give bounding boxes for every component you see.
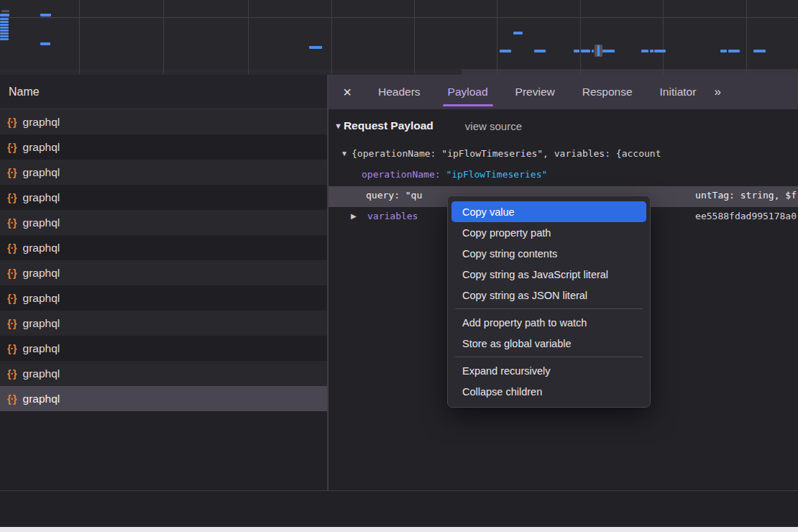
request-name-label: graphql bbox=[23, 116, 60, 129]
tabs: HeadersPayloadPreviewResponseInitiator bbox=[364, 75, 710, 109]
tree-disclosure-icon[interactable]: ▼ bbox=[341, 150, 348, 157]
json-braces-icon: {·} bbox=[7, 142, 17, 153]
request-row[interactable]: {·}graphql bbox=[0, 386, 327, 411]
menu-separator bbox=[455, 308, 643, 309]
request-row[interactable]: {·}graphql bbox=[0, 109, 327, 134]
menu-item-label: Collapse children bbox=[462, 386, 542, 398]
name-column-header-label: Name bbox=[9, 86, 40, 98]
waterfall-request-bar bbox=[309, 46, 322, 49]
request-name-label: graphql bbox=[23, 342, 60, 355]
tab-label: Payload bbox=[448, 86, 488, 98]
name-column-header[interactable]: Name bbox=[0, 75, 327, 109]
tree-text-segment: operationName: bbox=[362, 169, 446, 180]
waterfall-request-bar bbox=[587, 50, 590, 52]
waterfall-horizontal-gridline bbox=[0, 17, 798, 18]
menu-item-copy-property-path[interactable]: Copy property path bbox=[451, 222, 646, 243]
waterfall-request-bar bbox=[654, 50, 666, 52]
request-row[interactable]: {·}graphql bbox=[0, 210, 327, 235]
request-row[interactable]: {·}graphql bbox=[0, 160, 327, 185]
tab-initiator[interactable]: Initiator bbox=[646, 75, 710, 109]
request-row[interactable]: {·}graphql bbox=[0, 260, 327, 285]
menu-separator bbox=[455, 357, 643, 357]
tree-text-segment: {operationName: "ipFlowTimeseries", vari… bbox=[352, 148, 661, 159]
waterfall-request-bar bbox=[602, 50, 615, 52]
view-source-link[interactable]: view source bbox=[465, 120, 522, 132]
menu-item-store-as-global-variable[interactable]: Store as global variable bbox=[451, 333, 646, 354]
tab-response[interactable]: Response bbox=[569, 75, 646, 109]
request-row[interactable]: {·}graphql bbox=[0, 311, 327, 336]
menu-item-collapse-children[interactable]: Collapse children bbox=[451, 381, 646, 402]
request-row[interactable]: {·}graphql bbox=[0, 235, 327, 260]
menu-item-label: Expand recursively bbox=[462, 365, 551, 377]
json-braces-icon: {·} bbox=[7, 368, 17, 380]
close-icon[interactable]: × bbox=[340, 85, 354, 99]
waterfall-request-bar bbox=[0, 18, 9, 20]
menu-item-expand-recursively[interactable]: Expand recursively bbox=[451, 360, 646, 381]
waterfall-gridline bbox=[663, 0, 664, 74]
json-braces-icon: {·} bbox=[7, 393, 17, 405]
menu-item-add-property-path-to-watch[interactable]: Add property path to watch bbox=[451, 312, 646, 333]
waterfall-request-bar bbox=[592, 50, 594, 52]
request-name-label: graphql bbox=[23, 242, 60, 254]
json-braces-icon: {·} bbox=[7, 192, 17, 203]
waterfall-gridline bbox=[163, 0, 164, 74]
tab-preview[interactable]: Preview bbox=[502, 75, 569, 109]
request-row[interactable]: {·}graphql bbox=[0, 336, 327, 361]
json-braces-icon: {·} bbox=[7, 318, 17, 329]
waterfall-bottom-strip-right bbox=[462, 69, 798, 75]
menu-item-copy-value[interactable]: Copy value bbox=[451, 201, 646, 222]
context-menu: Copy valueCopy property pathCopy string … bbox=[447, 196, 651, 408]
waterfall-gridline bbox=[248, 0, 249, 74]
waterfall-gridline bbox=[746, 0, 747, 74]
tree-row-text: {operationName: "ipFlowTimeseries", vari… bbox=[352, 148, 661, 159]
waterfall-request-bar bbox=[0, 29, 9, 32]
menu-item-label: Copy value bbox=[462, 206, 515, 218]
waterfall-request-bar bbox=[500, 50, 511, 52]
waterfall-gridline bbox=[414, 0, 415, 74]
waterfall-request-bar bbox=[1, 10, 9, 12]
tree-disclosure-icon[interactable]: ▶ bbox=[351, 212, 357, 220]
tab-label: Preview bbox=[515, 86, 555, 98]
tree-row-text-clipped: ee5588fdad995178a0 bbox=[695, 211, 797, 221]
menu-item-copy-string-as-json-literal[interactable]: Copy string as JSON literal bbox=[451, 285, 646, 306]
request-rows: {·}graphql{·}graphql{·}graphql{·}graphql… bbox=[0, 109, 327, 411]
request-row[interactable]: {·}graphql bbox=[0, 285, 327, 311]
waterfall-request-bar bbox=[513, 32, 523, 35]
waterfall-request-bar bbox=[753, 50, 766, 52]
tab-label: Initiator bbox=[660, 86, 697, 98]
menu-item-copy-string-as-javascript-literal[interactable]: Copy string as JavaScript literal bbox=[451, 264, 646, 285]
menu-item-copy-string-contents[interactable]: Copy string contents bbox=[451, 243, 646, 264]
tab-label: Headers bbox=[378, 86, 421, 98]
json-braces-icon: {·} bbox=[7, 267, 17, 279]
waterfall-request-bar bbox=[728, 50, 740, 52]
json-braces-icon: {·} bbox=[7, 293, 17, 304]
payload-tree-row[interactable]: operationName: "ipFlowTimeseries" bbox=[329, 165, 798, 186]
tab-headers[interactable]: Headers bbox=[364, 75, 434, 109]
request-name-label: graphql bbox=[23, 393, 60, 405]
waterfall-hover-marker-tick bbox=[597, 45, 600, 56]
request-name-label: graphql bbox=[23, 141, 60, 154]
footer-empty-area bbox=[0, 491, 798, 527]
waterfall-request-bar bbox=[40, 42, 50, 45]
tab-payload[interactable]: Payload bbox=[434, 75, 502, 109]
section-disclosure-triangle-icon[interactable]: ▼ bbox=[334, 121, 342, 130]
request-row[interactable]: {·}graphql bbox=[0, 361, 327, 386]
waterfall-request-bar bbox=[534, 50, 546, 52]
request-list-panel: Name {·}graphql{·}graphql{·}graphql{·}gr… bbox=[0, 75, 327, 490]
network-overview-waterfall[interactable] bbox=[0, 0, 798, 75]
request-name-label: graphql bbox=[23, 216, 60, 229]
request-name-label: graphql bbox=[23, 267, 60, 280]
tree-row-text-clipped: untTag: string, $f bbox=[695, 190, 797, 201]
tree-text-segment: query: "qu bbox=[366, 190, 422, 201]
payload-tree-row[interactable]: ▼{operationName: "ipFlowTimeseries", var… bbox=[329, 145, 798, 165]
request-row[interactable]: {·}graphql bbox=[0, 134, 327, 160]
json-braces-icon: {·} bbox=[7, 343, 17, 354]
detail-tab-bar: × HeadersPayloadPreviewResponseInitiator… bbox=[329, 75, 798, 109]
more-tabs-chevron-icon[interactable]: » bbox=[714, 85, 719, 99]
menu-item-label: Copy string as JavaScript literal bbox=[462, 269, 608, 280]
waterfall-request-bar bbox=[0, 24, 9, 26]
tree-row-text: operationName: "ipFlowTimeseries" bbox=[362, 169, 547, 180]
request-name-label: graphql bbox=[23, 292, 60, 305]
json-braces-icon: {·} bbox=[7, 167, 17, 178]
request-row[interactable]: {·}graphql bbox=[0, 185, 327, 210]
